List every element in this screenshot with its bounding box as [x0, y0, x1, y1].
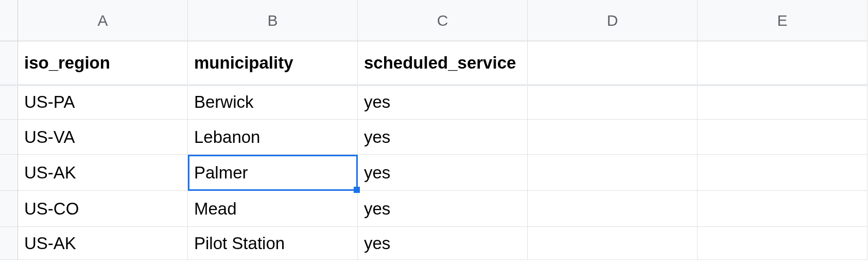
- cell-D1[interactable]: [528, 41, 698, 85]
- cell-E2[interactable]: [698, 85, 867, 120]
- row-header-1[interactable]: [0, 41, 18, 85]
- cell-D6[interactable]: [528, 227, 698, 260]
- row-header-6[interactable]: [0, 227, 18, 260]
- cell-B3[interactable]: Lebanon: [188, 120, 358, 155]
- cell-E4[interactable]: [698, 155, 867, 191]
- cell-C2[interactable]: yes: [358, 85, 528, 120]
- row-header-5[interactable]: [0, 191, 18, 227]
- cell-B6[interactable]: Pilot Station: [188, 227, 358, 260]
- cell-D4[interactable]: [528, 155, 698, 191]
- col-header-C[interactable]: C: [358, 0, 528, 41]
- cell-C3[interactable]: yes: [358, 120, 528, 155]
- cell-A2[interactable]: US-PA: [18, 85, 188, 120]
- frozen-row-divider: [0, 84, 868, 86]
- cell-D3[interactable]: [528, 120, 698, 155]
- cell-E6[interactable]: [698, 227, 867, 260]
- cell-B2[interactable]: Berwick: [188, 85, 358, 120]
- cell-C6[interactable]: yes: [358, 227, 528, 260]
- corner-cell[interactable]: [0, 0, 18, 41]
- col-header-E[interactable]: E: [698, 0, 867, 41]
- cell-C4[interactable]: yes: [358, 155, 528, 191]
- cell-A6[interactable]: US-AK: [18, 227, 188, 260]
- cell-D5[interactable]: [528, 191, 698, 227]
- cell-E3[interactable]: [698, 120, 867, 155]
- cell-B4[interactable]: Palmer: [188, 155, 358, 191]
- col-header-D[interactable]: D: [528, 0, 698, 41]
- cell-A1[interactable]: iso_region: [18, 41, 188, 85]
- spreadsheet-grid[interactable]: A B C D E iso_region municipality schedu…: [0, 0, 868, 260]
- cell-E5[interactable]: [698, 191, 867, 227]
- col-header-A[interactable]: A: [18, 0, 188, 41]
- cell-A5[interactable]: US-CO: [18, 191, 188, 227]
- cell-E1[interactable]: [698, 41, 867, 85]
- row-header-2[interactable]: [0, 85, 18, 120]
- cell-A4[interactable]: US-AK: [18, 155, 188, 191]
- cell-C1[interactable]: scheduled_service: [358, 41, 528, 85]
- cell-B1[interactable]: municipality: [188, 41, 358, 85]
- row-header-3[interactable]: [0, 120, 18, 155]
- col-header-B[interactable]: B: [188, 0, 358, 41]
- cell-C5[interactable]: yes: [358, 191, 528, 227]
- row-header-4[interactable]: [0, 155, 18, 191]
- cell-D2[interactable]: [528, 85, 698, 120]
- cell-A3[interactable]: US-VA: [18, 120, 188, 155]
- cell-B5[interactable]: Mead: [188, 191, 358, 227]
